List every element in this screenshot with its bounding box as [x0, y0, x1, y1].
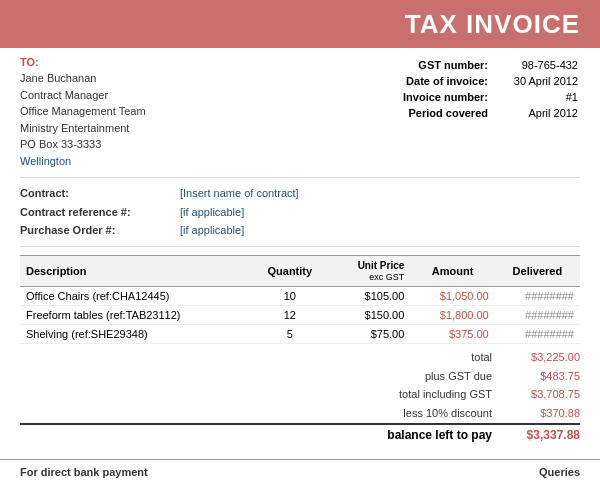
total-label: total: [300, 348, 500, 367]
period-row: Period covered April 2012: [403, 106, 578, 120]
header: TAX INVOICE: [0, 0, 600, 48]
footer: For direct bank payment Queries: [0, 459, 600, 484]
col-amount: Amount: [410, 256, 494, 287]
table-row: Office Chairs (ref:CHA12445) 10 $105.00 …: [20, 287, 580, 306]
incl-gst-row: total including GST $3,708.75: [20, 385, 580, 404]
col-quantity: Quantity: [251, 256, 329, 287]
discount-row: less 10% discount $370.88: [20, 404, 580, 423]
period-value: April 2012: [498, 106, 578, 120]
contract-ref-label: Contract reference #:: [20, 203, 180, 222]
row-amount: $1,800.00: [410, 306, 494, 325]
incl-value: $3,708.75: [500, 385, 580, 404]
contract-value: [Insert name of contract]: [180, 184, 299, 203]
items-table: Description Quantity Unit Price exc GST …: [20, 255, 580, 344]
contract-po-row: Purchase Order #: [if applicable]: [20, 221, 580, 240]
date-label: Date of invoice:: [403, 74, 496, 88]
page: TAX INVOICE TO: Jane Buchanan Contract M…: [0, 0, 600, 500]
date-row: Date of invoice: 30 April 2012: [403, 74, 578, 88]
totals-section: total $3,225.00 plus GST due $483.75 tot…: [20, 348, 580, 445]
table-row: Freeform tables (ref:TAB23112) 12 $150.0…: [20, 306, 580, 325]
footer-left: For direct bank payment: [20, 466, 148, 478]
row-qty: 12: [251, 306, 329, 325]
contract-ref-row: Contract reference #: [if applicable]: [20, 203, 580, 222]
to-org: Ministry Entertainment: [20, 120, 146, 137]
row-amount: $375.00: [410, 325, 494, 344]
to-role: Contract Manager: [20, 87, 146, 104]
table-body: Office Chairs (ref:CHA12445) 10 $105.00 …: [20, 287, 580, 344]
row-delivered: ########: [495, 325, 580, 344]
row-price: $105.00: [329, 287, 410, 306]
date-value: 30 April 2012: [498, 74, 578, 88]
to-label: TO:: [20, 56, 146, 68]
gst-number-label: GST number:: [403, 58, 496, 72]
to-po: PO Box 33-3333: [20, 136, 146, 153]
contract-ref-value: [if applicable]: [180, 203, 244, 222]
row-amount: $1,050.00: [410, 287, 494, 306]
row-delivered: ########: [495, 306, 580, 325]
row-price: $150.00: [329, 306, 410, 325]
gst-number-row: GST number: 98-765-432: [403, 58, 578, 72]
col-description: Description: [20, 256, 251, 287]
period-label: Period covered: [403, 106, 496, 120]
col-unit-price: Unit Price exc GST: [329, 256, 410, 287]
invoice-title: TAX INVOICE: [405, 9, 580, 40]
contract-label: Contract:: [20, 184, 180, 203]
total-value: $3,225.00: [500, 348, 580, 367]
discount-value: $370.88: [500, 404, 580, 423]
to-name: Jane Buchanan: [20, 70, 146, 87]
balance-row: balance left to pay $3,337.88: [20, 423, 580, 445]
row-desc: Freeform tables (ref:TAB23112): [20, 306, 251, 325]
discount-label: less 10% discount: [300, 404, 500, 423]
invoice-number-row: Invoice number: #1: [403, 90, 578, 104]
contract-po-label: Purchase Order #:: [20, 221, 180, 240]
to-city: Wellington: [20, 153, 146, 170]
gst-info: GST number: 98-765-432 Date of invoice: …: [401, 56, 580, 169]
row-desc: Shelving (ref:SHE29348): [20, 325, 251, 344]
balance-value: $3,337.88: [500, 425, 580, 445]
col-delivered: Delivered: [495, 256, 580, 287]
balance-label: balance left to pay: [300, 425, 500, 445]
row-delivered: ########: [495, 287, 580, 306]
to-details: Jane Buchanan Contract Manager Office Ma…: [20, 70, 146, 169]
invoice-number-label: Invoice number:: [403, 90, 496, 104]
contract-po-value: [if applicable]: [180, 221, 244, 240]
gst-table: GST number: 98-765-432 Date of invoice: …: [401, 56, 580, 122]
row-qty: 10: [251, 287, 329, 306]
gst-label: plus GST due: [300, 367, 500, 386]
to-info: TO: Jane Buchanan Contract Manager Offic…: [20, 56, 146, 169]
row-desc: Office Chairs (ref:CHA12445): [20, 287, 251, 306]
table-header-row: Description Quantity Unit Price exc GST …: [20, 256, 580, 287]
contract-section: Contract: [Insert name of contract] Cont…: [20, 177, 580, 247]
row-price: $75.00: [329, 325, 410, 344]
table-row: Shelving (ref:SHE29348) 5 $75.00 $375.00…: [20, 325, 580, 344]
contract-row: Contract: [Insert name of contract]: [20, 184, 580, 203]
incl-label: total including GST: [300, 385, 500, 404]
gst-value: $483.75: [500, 367, 580, 386]
gst-number-value: 98-765-432: [498, 58, 578, 72]
body: TO: Jane Buchanan Contract Manager Offic…: [0, 48, 600, 453]
total-row: total $3,225.00: [20, 348, 580, 367]
invoice-number-value: #1: [498, 90, 578, 104]
to-team: Office Management Team: [20, 103, 146, 120]
row-qty: 5: [251, 325, 329, 344]
gst-row: plus GST due $483.75: [20, 367, 580, 386]
footer-right: Queries: [539, 466, 580, 478]
to-section: TO: Jane Buchanan Contract Manager Offic…: [20, 56, 580, 169]
